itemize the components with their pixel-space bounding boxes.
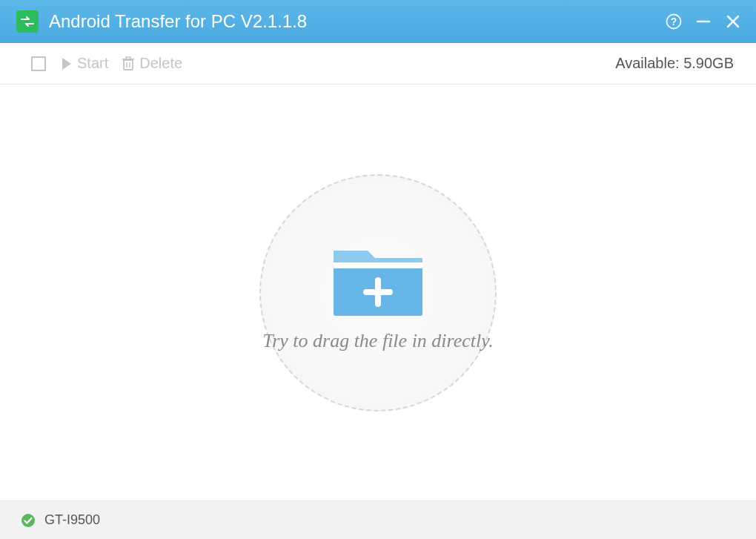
start-button[interactable]: Start: [61, 55, 108, 72]
device-name: GT-I9500: [44, 512, 100, 528]
select-all-checkbox[interactable]: [31, 56, 46, 71]
trash-icon: [122, 56, 135, 71]
svg-rect-8: [126, 57, 130, 59]
delete-button[interactable]: Delete: [122, 55, 182, 72]
available-space: Available: 5.90GB: [615, 55, 734, 72]
folder-plus-icon: [326, 240, 430, 325]
main-panel: Try to drag the file in directly.: [0, 85, 756, 500]
drop-hint-text: Try to drag the file in directly.: [193, 330, 563, 352]
svg-rect-12: [334, 262, 422, 268]
svg-rect-0: [16, 10, 39, 33]
play-icon: [61, 57, 73, 70]
window-title: Android Transfer for PC V2.1.1.8: [49, 11, 666, 32]
close-button[interactable]: [725, 13, 741, 30]
titlebar: Android Transfer for PC V2.1.1.8 ?: [0, 0, 756, 43]
drop-zone[interactable]: [259, 174, 497, 411]
svg-rect-6: [124, 60, 133, 70]
help-button[interactable]: ?: [666, 13, 682, 30]
delete-label: Delete: [139, 55, 182, 72]
status-bar: GT-I9500: [0, 500, 756, 539]
svg-text:?: ?: [671, 16, 677, 27]
toolbar: Start Delete Available: 5.90GB: [0, 43, 756, 85]
minimize-button[interactable]: [695, 13, 712, 30]
connection-ok-icon: [21, 513, 36, 528]
svg-point-15: [21, 514, 35, 527]
app-logo-icon: [16, 10, 39, 33]
start-label: Start: [77, 55, 108, 72]
window-controls: ?: [666, 13, 741, 30]
